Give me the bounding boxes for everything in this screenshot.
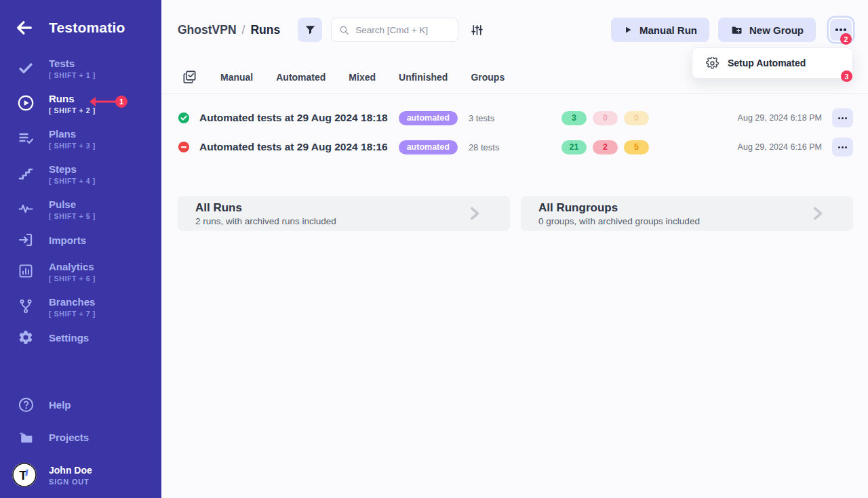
status-passed-icon <box>178 112 190 124</box>
avatar: T <box>12 463 37 487</box>
sidebar-item-imports[interactable]: Imports <box>0 230 161 249</box>
run-title[interactable]: Automated tests at 29 Aug 2024 18:16 <box>199 141 388 153</box>
run-tests-count: 28 tests <box>469 142 500 152</box>
tab-groups[interactable]: Groups <box>471 72 505 83</box>
help-icon <box>16 396 35 413</box>
summary-cards: All Runs 2 runs, with archived runs incl… <box>161 196 868 231</box>
run-timestamp: Aug 29, 2024 6:16 PM <box>738 142 822 152</box>
sidebar-nav: Tests[ SHIFT + 1 ] Runs[ SHIFT + 2 ] Pla… <box>0 54 161 347</box>
failed-count-pill: 2 <box>593 140 618 154</box>
steps-icon <box>16 165 35 182</box>
sidebar-item-shortcut: [ SHIFT + 3 ] <box>49 142 96 150</box>
more-actions-dropdown: Setup Automated <box>692 47 853 79</box>
sidebar-item-steps[interactable]: Steps[ SHIFT + 4 ] <box>0 160 161 187</box>
chevron-right-icon <box>808 205 826 222</box>
sidebar-item-plans[interactable]: Plans[ SHIFT + 3 ] <box>0 125 161 152</box>
filter-button[interactable] <box>298 18 322 42</box>
run-timestamp: Aug 29, 2024 6:18 PM <box>738 113 822 123</box>
sidebar-item-label: Runs <box>49 92 96 105</box>
sidebar-item-label: Imports <box>49 234 86 247</box>
card-subtitle: 0 groups, with archived groups included <box>538 216 700 226</box>
tab-automated[interactable]: Automated <box>276 72 326 83</box>
sidebar-item-label: Help <box>49 398 71 411</box>
run-row[interactable]: Automated tests at 29 Aug 2024 18:16 aut… <box>161 135 868 159</box>
user-name: John Doe <box>49 465 92 476</box>
import-icon <box>16 232 35 248</box>
search-icon <box>338 24 350 36</box>
tab-unfinished[interactable]: Unfinished <box>399 72 448 83</box>
sidebar-item-help[interactable]: Help <box>0 395 161 414</box>
check-icon <box>16 60 35 76</box>
sidebar-item-projects[interactable]: Projects <box>0 428 161 447</box>
sidebar-item-shortcut: [ SHIFT + 6 ] <box>49 274 96 283</box>
run-result-pills: 3 0 0 <box>561 111 649 125</box>
skipped-count-pill: 0 <box>624 111 649 125</box>
ellipsis-icon <box>838 117 847 119</box>
new-group-label: New Group <box>749 24 804 36</box>
folder-icon <box>16 429 35 446</box>
failed-count-pill: 0 <box>593 111 618 125</box>
run-result-pills: 21 2 5 <box>561 140 649 154</box>
manual-run-button[interactable]: Manual Run <box>611 18 709 42</box>
more-actions-button[interactable] <box>829 18 853 42</box>
sidebar-item-label: Steps <box>49 163 96 175</box>
new-group-button[interactable]: New Group <box>718 18 816 42</box>
status-failed-icon <box>178 141 190 153</box>
passed-count-pill: 3 <box>561 111 587 125</box>
passed-count-pill: 21 <box>561 140 587 154</box>
sidebar-item-label: Analytics <box>49 260 96 273</box>
search-box <box>331 18 458 42</box>
adjust-filters-icon[interactable] <box>470 23 484 37</box>
pulse-icon <box>16 201 35 217</box>
sidebar-item-shortcut: [ SHIFT + 4 ] <box>49 177 96 185</box>
back-arrow-icon[interactable] <box>15 18 35 38</box>
sidebar-item-settings[interactable]: Settings <box>0 328 161 347</box>
play-icon <box>623 25 633 35</box>
sidebar-item-shortcut: [ SHIFT + 2 ] <box>49 106 96 115</box>
run-menu-button[interactable] <box>832 138 853 157</box>
ellipsis-icon <box>835 28 846 31</box>
funnel-icon <box>304 24 317 37</box>
search-input[interactable] <box>355 25 451 35</box>
run-row[interactable]: Automated tests at 29 Aug 2024 18:18 aut… <box>161 106 868 130</box>
sidebar-item-shortcut: [ SHIFT + 7 ] <box>49 310 96 318</box>
run-menu-button[interactable] <box>832 108 853 127</box>
breadcrumb-project[interactable]: GhostVPN <box>178 23 237 37</box>
sidebar-item-label: Pulse <box>49 198 96 211</box>
sidebar-item-label: Branches <box>49 295 96 308</box>
branch-icon <box>16 298 35 314</box>
setup-automated-menu-item[interactable]: Setup Automated <box>728 58 806 68</box>
gear-icon <box>16 329 35 346</box>
all-rungroups-card[interactable]: All Rungroups 0 groups, with archived gr… <box>521 196 853 231</box>
card-subtitle: 2 runs, with archived runs included <box>195 216 336 226</box>
play-circle-icon <box>16 94 35 112</box>
stacked-check-icon[interactable] <box>182 69 197 85</box>
sidebar-item-shortcut: [ SHIFT + 5 ] <box>49 212 96 220</box>
all-runs-card[interactable]: All Runs 2 runs, with archived runs incl… <box>178 196 510 231</box>
run-title[interactable]: Automated tests at 29 Aug 2024 18:18 <box>199 112 388 124</box>
main-content: GhostVPN / Runs Manual Run New Group <box>161 0 868 498</box>
sidebar-item-label: Plans <box>49 127 96 140</box>
ellipsis-icon <box>838 146 847 148</box>
folder-plus-icon <box>730 24 743 36</box>
sidebar-item-branches[interactable]: Branches[ SHIFT + 7 ] <box>0 293 161 320</box>
breadcrumb-separator: / <box>242 23 245 37</box>
chevron-right-icon <box>465 205 483 222</box>
user-menu[interactable]: T John Doe SIGN OUT <box>0 463 161 487</box>
card-title: All Runs <box>195 201 336 215</box>
card-title: All Rungroups <box>538 201 700 215</box>
breadcrumb: GhostVPN / Runs <box>178 23 280 37</box>
sidebar-item-runs[interactable]: Runs[ SHIFT + 2 ] <box>0 89 161 117</box>
tab-mixed[interactable]: Mixed <box>349 72 376 83</box>
sidebar-item-label: Projects <box>49 431 89 444</box>
tab-manual[interactable]: Manual <box>220 72 253 83</box>
sidebar: Testomatio Tests[ SHIFT + 1 ] Runs[ SHIF… <box>0 0 161 498</box>
manual-run-label: Manual Run <box>639 24 697 36</box>
sign-out-link[interactable]: SIGN OUT <box>49 478 92 486</box>
sidebar-item-pulse[interactable]: Pulse[ SHIFT + 5 ] <box>0 195 161 222</box>
sidebar-item-analytics[interactable]: Analytics[ SHIFT + 6 ] <box>0 257 161 285</box>
run-type-badge: automated <box>399 140 458 154</box>
sidebar-bottom: Help Projects T John Doe SIGN OUT <box>0 395 161 498</box>
sidebar-item-label: Tests <box>49 57 96 70</box>
sidebar-item-tests[interactable]: Tests[ SHIFT + 1 ] <box>0 54 161 81</box>
